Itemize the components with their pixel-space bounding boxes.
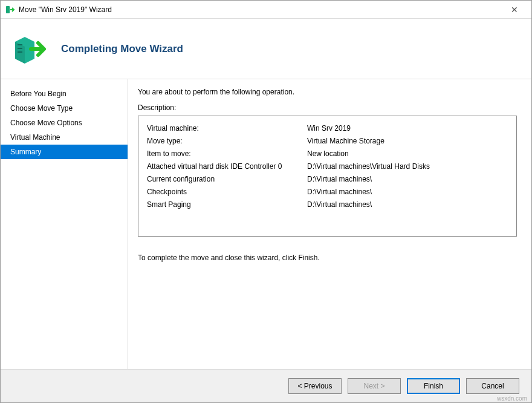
- move-server-icon: [13, 31, 49, 67]
- description-key: Checkpoints: [147, 186, 307, 198]
- finish-button[interactable]: Finish: [407, 378, 460, 394]
- description-key: Move type:: [147, 135, 307, 148]
- description-value: D:\Virtual machines\: [307, 173, 508, 186]
- description-value: D:\Virtual machines\Virtual Hard Disks: [307, 160, 508, 173]
- page-title: Completing Move Wizard: [61, 43, 183, 55]
- previous-button[interactable]: < Previous: [288, 378, 342, 394]
- description-row: CheckpointsD:\Virtual machines\: [147, 186, 508, 198]
- watermark: wsxdn.com: [497, 395, 527, 402]
- close-icon[interactable]: ✕: [502, 5, 527, 15]
- sidebar-item-virtual-machine[interactable]: Virtual Machine: [1, 130, 128, 145]
- svg-rect-4: [18, 48, 22, 49]
- titlebar: Move "Win Srv 2019" Wizard ✕: [1, 1, 531, 19]
- description-row: Virtual machine:Win Srv 2019: [147, 122, 508, 135]
- sidebar-item-choose-move-type[interactable]: Choose Move Type: [1, 101, 128, 116]
- sidebar-item-choose-move-options[interactable]: Choose Move Options: [1, 116, 128, 130]
- next-button: Next >: [348, 378, 401, 394]
- description-value: Virtual Machine Storage: [307, 135, 508, 148]
- svg-rect-5: [18, 51, 22, 53]
- description-key: Smart Paging: [147, 198, 307, 211]
- wizard-sidebar: Before You BeginChoose Move TypeChoose M…: [1, 79, 128, 369]
- wizard-body: Before You BeginChoose Move TypeChoose M…: [1, 79, 531, 369]
- window-icon: [5, 5, 15, 15]
- description-box: Virtual machine:Win Srv 2019Move type:Vi…: [138, 116, 517, 237]
- description-row: Item to move:New location: [147, 148, 508, 160]
- cancel-button[interactable]: Cancel: [466, 378, 519, 394]
- description-key: Current configuration: [147, 173, 307, 186]
- completion-hint: To complete the move and close this wiza…: [138, 254, 517, 262]
- description-key: Attached virtual hard disk IDE Controlle…: [147, 160, 307, 173]
- description-value: D:\Virtual machines\: [307, 186, 508, 198]
- intro-text: You are about to perform the following o…: [138, 88, 517, 96]
- description-row: Attached virtual hard disk IDE Controlle…: [147, 160, 508, 173]
- wizard-footer: < Previous Next > Finish Cancel: [1, 369, 531, 402]
- wizard-content: You are about to perform the following o…: [128, 79, 531, 369]
- description-value: New location: [307, 148, 508, 160]
- description-row: Current configurationD:\Virtual machines…: [147, 173, 508, 186]
- description-label: Description:: [138, 103, 517, 112]
- svg-rect-0: [6, 6, 10, 13]
- sidebar-item-summary[interactable]: Summary: [1, 145, 128, 159]
- description-value: D:\Virtual machines\: [307, 198, 508, 211]
- description-row: Move type:Virtual Machine Storage: [147, 135, 508, 148]
- wizard-header: Completing Move Wizard: [1, 19, 531, 79]
- svg-rect-3: [18, 44, 22, 45]
- window-title: Move "Win Srv 2019" Wizard: [19, 5, 502, 14]
- description-value: Win Srv 2019: [307, 122, 508, 135]
- sidebar-item-before-you-begin[interactable]: Before You Begin: [1, 87, 128, 101]
- description-row: Smart PagingD:\Virtual machines\: [147, 198, 508, 211]
- description-key: Item to move:: [147, 148, 307, 160]
- description-key: Virtual machine:: [147, 122, 307, 135]
